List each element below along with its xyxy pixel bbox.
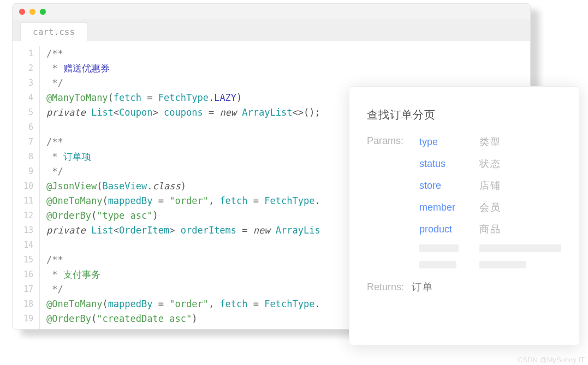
doc-panel: 查找订单分页 Params: type类型status状态store店铺memb… xyxy=(349,86,579,345)
code-token: > xyxy=(153,107,164,118)
line-number: 19 xyxy=(13,312,33,326)
skeleton-bar xyxy=(479,261,526,268)
doc-returns-section: Returns: 订单 xyxy=(367,280,561,294)
code-token: JsonView xyxy=(52,181,97,192)
minimize-icon[interactable] xyxy=(29,9,35,15)
code-token: class xyxy=(153,181,181,192)
code-token: . xyxy=(147,181,152,192)
code-token: ( xyxy=(91,313,97,324)
line-number: 17 xyxy=(13,282,33,297)
code-token: FetchType xyxy=(264,298,314,309)
code-token: OrderBy xyxy=(52,210,91,221)
code-token: < xyxy=(114,107,119,118)
code-token: private xyxy=(46,225,86,236)
code-token: = xyxy=(253,298,264,309)
code-token: = xyxy=(209,107,219,118)
code-token: FetchType xyxy=(158,92,209,103)
code-token: FetchType xyxy=(264,195,314,206)
line-number: 4 xyxy=(13,91,33,105)
param-skeleton-row xyxy=(419,244,561,252)
line-number: 1 xyxy=(13,46,33,61)
close-icon[interactable] xyxy=(19,9,25,15)
returns-label: Returns: xyxy=(367,282,404,293)
code-token: OneToMany xyxy=(52,298,102,309)
line-number: 16 xyxy=(13,267,33,282)
line-number: 9 xyxy=(13,164,33,179)
code-token: "type asc" xyxy=(97,210,152,221)
returns-value: 订单 xyxy=(412,280,433,294)
code-token: PaymentTransaction xyxy=(114,328,214,330)
line-number: 13 xyxy=(13,223,33,238)
line-number: 3 xyxy=(13,76,33,91)
code-token: <>(); xyxy=(292,107,320,118)
param-skeleton-row xyxy=(419,261,561,268)
code-token: fetch xyxy=(114,92,147,103)
code-token: > xyxy=(169,225,180,236)
code-token xyxy=(86,328,91,330)
param-key[interactable]: product xyxy=(419,224,466,235)
code-token: 赠送优惠券 xyxy=(63,63,110,74)
param-desc: 会员 xyxy=(479,201,501,214)
code-token: mappedBy xyxy=(108,298,158,309)
line-number: 6 xyxy=(13,120,33,135)
code-token: new xyxy=(219,107,236,118)
param-row: status状态 xyxy=(419,157,561,170)
code-token: @ xyxy=(46,298,52,309)
param-key[interactable]: store xyxy=(419,180,466,192)
code-token: = xyxy=(147,92,158,103)
code-token: ArrayList xyxy=(242,107,292,118)
code-token: = xyxy=(158,298,169,309)
skeleton-bar xyxy=(419,261,456,268)
code-token: orderItems xyxy=(181,225,242,236)
code-token: OrderBy xyxy=(52,313,91,324)
code-token: 订单项 xyxy=(63,151,91,162)
window-titlebar xyxy=(13,4,530,20)
tab-file[interactable]: cart.css xyxy=(20,22,87,41)
code-token: < xyxy=(108,328,114,330)
code-token xyxy=(236,107,242,118)
code-token: @ xyxy=(46,313,52,324)
param-key[interactable]: type xyxy=(419,136,466,148)
code-content[interactable]: /** * 赠送优惠券 */ @ManyToMany(fetch = Fetch… xyxy=(46,46,320,330)
param-row: type类型 xyxy=(419,135,561,148)
code-token: ( xyxy=(91,210,97,221)
line-number: 18 xyxy=(13,297,33,312)
code-token: "order" xyxy=(169,298,209,309)
line-number: 5 xyxy=(13,105,33,120)
code-token: /** xyxy=(46,48,63,59)
line-number: 20 xyxy=(13,326,33,330)
param-key[interactable]: member xyxy=(419,202,466,213)
line-number: 2 xyxy=(13,61,33,76)
code-token: @ xyxy=(46,181,52,192)
code-token: OneToMany xyxy=(52,195,102,206)
code-token: . xyxy=(209,92,214,103)
code-token: */ xyxy=(46,166,63,177)
skeleton-bar xyxy=(479,244,561,252)
code-token: "order" xyxy=(169,195,209,206)
maximize-icon[interactable] xyxy=(40,9,46,15)
code-token: . xyxy=(314,298,320,309)
line-number: 10 xyxy=(13,179,33,194)
code-token: = xyxy=(158,195,169,206)
code-token: , xyxy=(209,195,219,206)
tab-bar: cart.css xyxy=(13,20,530,41)
code-token: @ xyxy=(46,210,52,221)
line-number: 15 xyxy=(13,253,33,267)
code-token: BaseView xyxy=(102,181,147,192)
line-number: 11 xyxy=(13,194,33,208)
param-key[interactable]: status xyxy=(419,158,466,170)
code-token: mappedBy xyxy=(108,195,158,206)
code-token: ArrayLis xyxy=(276,225,320,236)
code-token: = xyxy=(242,225,253,236)
code-token: ( xyxy=(108,92,114,103)
code-token: Set xyxy=(91,328,108,330)
code-token xyxy=(86,107,91,118)
line-number-gutter: 1234567891011121314151617181920 xyxy=(13,46,39,330)
code-token: Coupon xyxy=(119,107,152,118)
code-token: OrderItem xyxy=(119,225,169,236)
code-token: ( xyxy=(102,298,108,309)
code-token: @ xyxy=(46,92,52,103)
line-number: 7 xyxy=(13,135,33,149)
code-token: ManyToMany xyxy=(52,92,108,103)
line-number: 12 xyxy=(13,208,33,223)
